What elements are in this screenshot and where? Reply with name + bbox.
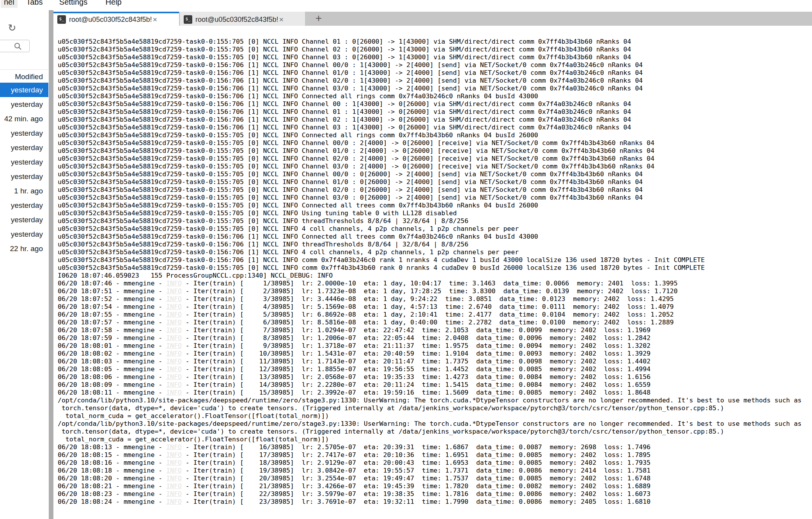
terminal-log-line: u05c030f52c843f5b5a4e58819cd7259-task0-0… [58,116,812,124]
terminal-log-line: u05c030f52c843f5b5a4e58819cd7259-task0-0… [58,69,812,77]
terminal-log-line: u05c030f52c843f5b5a4e58819cd7259-task0-0… [58,170,812,178]
terminal-log-line: 06/20 18:07:51 - mmengine - INFO - Iter(… [58,287,812,295]
tab-label: root@u05c030f52c843f5b! [195,16,278,24]
terminal-log-line: u05c030f52c843f5b5a4e58819cd7259-task0-0… [58,100,812,108]
modified-cell[interactable]: 22 hr. ago [0,241,48,256]
terminal-log-line: 06/20 18:08:02 - mmengine - INFO - Iter(… [58,350,812,358]
modified-column-header[interactable]: Modified [0,71,43,83]
terminal-log-line: 06/20 18:07:59 - mmengine - INFO - Iter(… [58,334,812,342]
terminal-log-line: 06/20 18:08:05 - mmengine - INFO - Iter(… [58,365,812,373]
terminal-log-line: u05c030f52c843f5b5a4e58819cd7259-task0-0… [58,131,812,139]
tab-label: root@u05c030f52c843f5b! [69,16,152,24]
refresh-icon[interactable]: ↻ [7,23,17,33]
modified-cell[interactable]: yesterday [0,97,48,112]
terminal-log-line: u05c030f52c843f5b5a4e58819cd7259-task0-0… [58,202,812,209]
terminal-log-line: 06/20 18:07:57 - mmengine - INFO - Iter(… [58,319,812,326]
terminal-log-line: u05c030f52c843f5b5a4e58819cd7259-task0-0… [58,225,812,233]
modified-cell[interactable]: 42 min. ago [0,112,48,126]
divider [0,69,48,70]
modified-cell[interactable]: yesterday [0,227,48,241]
terminal-log-line: 06/20 18:08:15 - mmengine - INFO - Iter(… [58,451,812,459]
modified-cell[interactable]: 1 hr. ago [0,184,48,198]
terminal-log-line: 06/20 18:08:03 - mmengine - INFO - Iter(… [58,358,812,365]
modified-cell[interactable]: yesterday [0,169,48,184]
terminal-log-line: u05c030f52c843f5b5a4e58819cd7259-task0-0… [58,233,812,241]
file-modified-list: yesterdayyesterday42 min. agoyesterdayye… [0,83,48,256]
terminal-log-line: 06/20 18:08:06 - mmengine - INFO - Iter(… [58,373,812,381]
terminal-log-line: u05c030f52c843f5b5a4e58819cd7259-task0-0… [58,124,812,131]
file-browser-sidebar: ↻ Modified yesterdayyesterday42 min. ago… [0,10,53,519]
terminal-log-line: u05c030f52c843f5b5a4e58819cd7259-task0-0… [58,77,812,85]
search-icon [14,42,22,51]
terminal-log-line: 06/20 18:08:21 - mmengine - INFO - Iter(… [58,482,812,490]
terminal-log-line: 06/20 18:08:09 - mmengine - INFO - Iter(… [58,381,812,389]
close-icon[interactable]: × [279,15,284,24]
terminal-log-line: 06/20 18:08:23 - mmengine - INFO - Iter(… [58,490,812,498]
terminal-log-line: u05c030f52c843f5b5a4e58819cd7259-task0-0… [58,38,812,46]
terminal-log-line: 06/20 18:08:11 - mmengine - INFO - Iter(… [58,389,812,397]
menu-item-settings[interactable]: Settings [56,0,90,8]
terminal-log-line: u05c030f52c843f5b5a4e58819cd7259-task0-0… [58,194,812,202]
modified-cell[interactable]: yesterday [0,126,48,140]
terminal-log-line: 06/20 18:08:01 - mmengine - INFO - Iter(… [58,342,812,350]
terminal-log-line: 06/20 18:08:16 - mmengine - INFO - Iter(… [58,459,812,467]
terminal-log-line: 06/20 18:08:18 - mmengine - INFO - Iter(… [58,467,812,475]
tab-terminal-2[interactable]: $_ root@u05c030f52c843f5b! × [179,12,305,26]
modified-cell[interactable]: yesterday [0,140,48,155]
terminal-log-line: total_norm_cuda = get_accelerator().Floa… [58,412,812,420]
terminal-log-line: I0620 18:07:46.059023 155 ProcessGroupNC… [58,272,812,280]
terminal-log-line: 06/20 18:08:13 - mmengine - INFO - Iter(… [58,443,812,451]
terminal-log-line: u05c030f52c843f5b5a4e58819cd7259-task0-0… [58,209,812,217]
terminal-log-line: 06/20 18:07:55 - mmengine - INFO - Iter(… [58,311,812,319]
sidebar-scrollbar[interactable] [49,10,53,519]
tab-terminal-1[interactable]: $_ root@u05c030f52c843f5b! × [53,12,179,26]
terminal-log-line: u05c030f52c843f5b5a4e58819cd7259-task0-0… [58,241,812,248]
terminal-log-line: u05c030f52c843f5b5a4e58819cd7259-task0-0… [58,108,812,116]
menu-item-kernel-partial[interactable]: nel [1,0,18,8]
terminal-log-line: torch.tensor(data, dtype=*, device='cuda… [58,404,812,412]
terminal-log-line: u05c030f52c843f5b5a4e58819cd7259-task0-0… [58,264,812,272]
terminal-log-line: u05c030f52c843f5b5a4e58819cd7259-task0-0… [58,178,812,186]
modified-cell[interactable]: yesterday [0,213,48,227]
terminal-log-line: u05c030f52c843f5b5a4e58819cd7259-task0-0… [58,186,812,194]
terminal-icon: $_ [57,15,66,24]
modified-cell[interactable]: yesterday [0,155,48,169]
modified-cell[interactable]: yesterday [0,198,48,213]
file-filter-input[interactable] [0,40,30,52]
terminal-log-line: torch.tensor(data, dtype=*, device='cuda… [58,428,812,436]
terminal-log-line: u05c030f52c843f5b5a4e58819cd7259-task0-0… [58,147,812,155]
terminal-icon: $_ [184,15,192,24]
terminal-log-line: u05c030f52c843f5b5a4e58819cd7259-task0-0… [58,61,812,69]
terminal-log-line: u05c030f52c843f5b5a4e58819cd7259-task0-0… [58,163,812,170]
terminal-log-line: u05c030f52c843f5b5a4e58819cd7259-task0-0… [58,53,812,61]
close-icon[interactable]: × [152,15,157,24]
main-area: $_ root@u05c030f52c843f5b! × $_ root@u05… [53,10,812,519]
terminal-log-line: 06/20 18:08:20 - mmengine - INFO - Iter(… [58,475,812,482]
new-tab-plus-button[interactable]: + [311,12,326,26]
terminal-log-line: u05c030f52c843f5b5a4e58819cd7259-task0-0… [58,256,812,264]
terminal-log-line: total_norm_cuda = get_accelerator().Floa… [58,436,812,443]
terminal-log-line: u05c030f52c843f5b5a4e58819cd7259-task0-0… [58,92,812,100]
terminal-log-line: u05c030f52c843f5b5a4e58819cd7259-task0-0… [58,46,812,53]
terminal-log-line: 06/20 18:07:52 - mmengine - INFO - Iter(… [58,295,812,303]
terminal-log-line: u05c030f52c843f5b5a4e58819cd7259-task0-0… [58,248,812,256]
terminal-log-line: u05c030f52c843f5b5a4e58819cd7259-task0-0… [58,85,812,92]
terminal-log-line: 06/20 18:08:24 - mmengine - INFO - Iter(… [58,498,812,506]
terminal-log-line: /opt/conda/lib/python3.10/site-packages/… [58,397,812,404]
modified-cell[interactable]: yesterday [0,83,48,97]
terminal-log-line: 06/20 18:07:58 - mmengine - INFO - Iter(… [58,326,812,334]
terminal-log-line: 06/20 18:07:54 - mmengine - INFO - Iter(… [58,303,812,311]
terminal-log-line: u05c030f52c843f5b5a4e58819cd7259-task0-0… [58,217,812,225]
tab-bar: $_ root@u05c030f52c843f5b! × $_ root@u05… [53,10,812,26]
terminal-log-line: u05c030f52c843f5b5a4e58819cd7259-task0-0… [58,139,812,147]
menu-bar: nel Tabs Settings Help [0,0,812,10]
menu-item-tabs[interactable]: Tabs [23,0,46,8]
terminal-log-line: u05c030f52c843f5b5a4e58819cd7259-task0-0… [58,155,812,163]
terminal-output[interactable]: u05c030f52c843f5b5a4e58819cd7259-task0-0… [53,26,812,519]
menu-item-help[interactable]: Help [103,0,125,8]
terminal-log-line: /opt/conda/lib/python3.10/site-packages/… [58,420,812,428]
terminal-log-line: 06/20 18:07:46 - mmengine - INFO - Iter(… [58,280,812,287]
